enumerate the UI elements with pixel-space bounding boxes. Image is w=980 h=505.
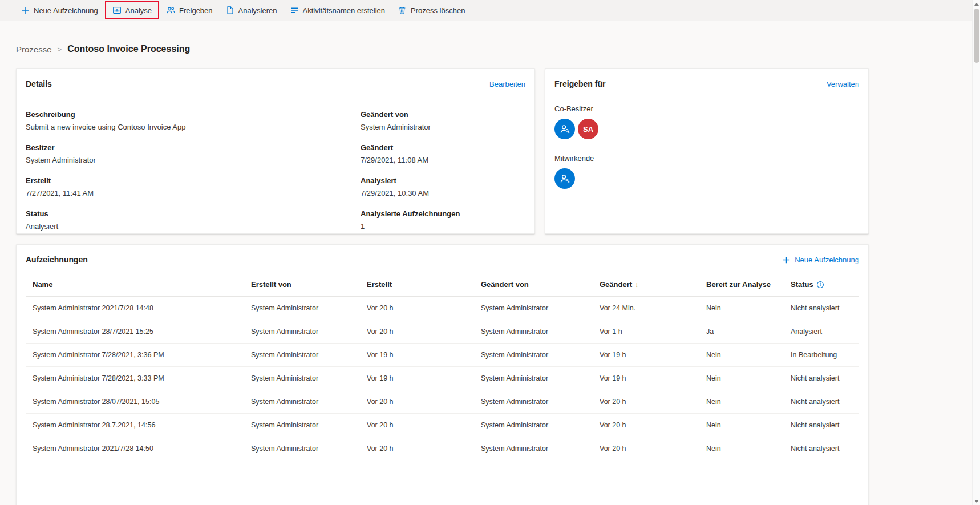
list-lines-icon xyxy=(290,6,299,15)
new-recording-link[interactable]: Neue Aufzeichnung xyxy=(782,256,859,264)
triangle-down-icon xyxy=(974,500,979,503)
cmd-label: Neue Aufzeichnung xyxy=(34,6,98,15)
field-status: Status Analysiert xyxy=(26,209,361,231)
contributors-avatars xyxy=(554,168,859,189)
cell-created: Vor 20 h xyxy=(360,414,474,437)
info-icon[interactable] xyxy=(816,281,824,289)
cell-name: System Administrator 2021/7/28 14:50 xyxy=(26,437,244,460)
create-activity-names-button[interactable]: Aktivitätsnamen erstellen xyxy=(284,2,391,18)
delete-process-button[interactable]: Prozess löschen xyxy=(392,2,471,18)
cell-name: System Administrator 7/28/2021, 3:36 PM xyxy=(26,344,244,367)
table-row[interactable]: System Administrator 28/07/2021, 15:05 S… xyxy=(26,390,859,414)
cell-name: System Administrator 2021/7/28 14:48 xyxy=(26,297,244,320)
analyse-button[interactable]: Analyse xyxy=(107,2,157,18)
cell-created-by: System Administrator xyxy=(244,297,360,320)
cell-created: Vor 19 h xyxy=(360,367,474,390)
cell-created-by: System Administrator xyxy=(244,344,360,367)
new-recording-button[interactable]: Neue Aufzeichnung xyxy=(15,2,104,18)
cell-modified-by: System Administrator xyxy=(474,344,593,367)
cmd-label: Analysieren xyxy=(238,6,277,15)
scrollbar-thumb[interactable] xyxy=(974,9,979,63)
table-header-row: Name Erstellt von Erstellt Geändert von … xyxy=(26,274,859,297)
share-button[interactable]: Freigeben xyxy=(160,2,218,18)
field-value: System Administrator xyxy=(361,123,525,131)
breadcrumb-prozesse[interactable]: Prozesse xyxy=(16,45,52,54)
table-row[interactable]: System Administrator 7/28/2021, 3:36 PM … xyxy=(26,344,859,367)
cell-status: In Bearbeitung xyxy=(784,344,859,367)
table-row[interactable]: System Administrator 28/7/2021 15:25 Sys… xyxy=(26,320,859,344)
column-header-created-by[interactable]: Erstellt von xyxy=(244,274,360,297)
document-analyze-icon xyxy=(225,6,234,15)
column-header-created[interactable]: Erstellt xyxy=(360,274,474,297)
column-header-status[interactable]: Status xyxy=(784,274,859,297)
field-value: 7/29/2021, 10:30 AM xyxy=(361,189,525,197)
cell-name: System Administrator 7/28/2021, 3:33 PM xyxy=(26,367,244,390)
cell-created-by: System Administrator xyxy=(244,367,360,390)
new-recording-link-label: Neue Aufzeichnung xyxy=(795,256,859,264)
triangle-up-icon xyxy=(974,3,979,6)
cell-modified: Vor 20 h xyxy=(593,437,699,460)
cell-ready: Nein xyxy=(699,367,784,390)
field-label: Beschreibung xyxy=(26,110,361,119)
field-label: Analysierte Aufzeichnungen xyxy=(361,209,525,218)
cell-modified: Vor 24 Min. xyxy=(593,297,699,320)
cell-ready: Nein xyxy=(699,297,784,320)
field-value: Submit a new invoice using Contoso Invoi… xyxy=(26,123,361,131)
co-owner-avatar[interactable] xyxy=(554,119,575,139)
field-value: System Administrator xyxy=(26,156,361,164)
plus-icon xyxy=(21,6,30,15)
field-label: Analysiert xyxy=(361,176,525,185)
command-bar: Neue Aufzeichnung Analyse Freigeben Anal… xyxy=(0,0,980,21)
cell-created: Vor 20 h xyxy=(360,320,474,344)
field-geaendert: Geändert 7/29/2021, 11:08 AM xyxy=(361,143,525,164)
cell-modified: Vor 1 h xyxy=(593,320,699,344)
cell-name: System Administrator 28.7.2021, 14:56 xyxy=(26,414,244,437)
avatar-initials: SA xyxy=(583,125,593,134)
details-left-column: Beschreibung Submit a new invoice using … xyxy=(26,110,361,243)
column-header-name[interactable]: Name xyxy=(26,274,244,297)
contributor-avatar[interactable] xyxy=(554,168,575,189)
plus-icon xyxy=(782,256,791,264)
table-row[interactable]: System Administrator 2021/7/28 14:50 Sys… xyxy=(26,437,859,460)
analyze-button[interactable]: Analysieren xyxy=(220,2,283,18)
cmd-label: Analyse xyxy=(125,6,152,15)
cell-modified-by: System Administrator xyxy=(474,297,593,320)
table-row[interactable]: System Administrator 2021/7/28 14:48 Sys… xyxy=(26,297,859,320)
manage-link[interactable]: Verwalten xyxy=(827,80,859,88)
cell-status: Nicht analysiert xyxy=(784,297,859,320)
people-share-icon xyxy=(166,6,175,15)
recordings-table: Name Erstellt von Erstellt Geändert von … xyxy=(26,274,859,460)
cell-created-by: System Administrator xyxy=(244,437,360,460)
vertical-scrollbar[interactable] xyxy=(972,0,980,505)
edit-link[interactable]: Bearbeiten xyxy=(489,80,525,88)
breadcrumb: Prozesse > Contoso Invoice Processing xyxy=(16,42,980,56)
field-erstellt: Erstellt 7/27/2021, 11:41 AM xyxy=(26,176,361,197)
cell-modified: Vor 19 h xyxy=(593,344,699,367)
table-row[interactable]: System Administrator 28.7.2021, 14:56 Sy… xyxy=(26,414,859,437)
column-header-modified[interactable]: Geändert ↓ xyxy=(593,274,699,297)
cell-created: Vor 20 h xyxy=(360,297,474,320)
field-value: 7/29/2021, 11:08 AM xyxy=(361,156,525,164)
cmd-label: Freigeben xyxy=(179,6,213,15)
cell-status: Nicht analysiert xyxy=(784,390,859,414)
co-owner-avatar-sa[interactable]: SA xyxy=(578,119,598,139)
column-header-ready[interactable]: Bereit zur Analyse xyxy=(699,274,784,297)
cell-ready: Nein xyxy=(699,344,784,367)
cell-ready: Nein xyxy=(699,437,784,460)
cell-modified-by: System Administrator xyxy=(474,390,593,414)
sort-descending-icon: ↓ xyxy=(635,281,638,289)
table-row[interactable]: System Administrator 7/28/2021, 3:33 PM … xyxy=(26,367,859,390)
share-title: Freigeben für xyxy=(554,79,605,88)
field-label: Status xyxy=(26,209,361,218)
field-label: Erstellt xyxy=(26,176,361,185)
field-analysiert: Analysiert 7/29/2021, 10:30 AM xyxy=(361,176,525,197)
cell-created-by: System Administrator xyxy=(244,320,360,344)
details-title: Details xyxy=(26,79,52,88)
scrollbar-down-arrow[interactable] xyxy=(973,497,980,505)
cell-status: Analysiert xyxy=(784,320,859,344)
cell-ready: Ja xyxy=(699,320,784,344)
column-header-modified-by[interactable]: Geändert von xyxy=(474,274,593,297)
person-key-icon xyxy=(558,123,571,135)
scrollbar-up-arrow[interactable] xyxy=(973,0,980,8)
trash-icon xyxy=(398,6,407,15)
